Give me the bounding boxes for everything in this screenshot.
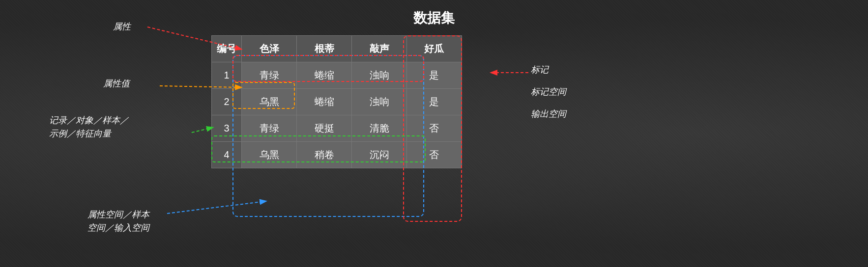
cell-col1-3: 青绿	[242, 115, 297, 142]
table-row: 4 乌黑 稍卷 沉闷 否	[212, 142, 462, 168]
page-title: 数据集	[413, 9, 455, 27]
page-container: 数据集 编号 色泽 根蒂 敲声 好瓜	[0, 0, 868, 267]
annotation-label-space: 标记空间	[531, 86, 566, 98]
table-row: 1 青绿 蜷缩 浊响 是	[212, 62, 462, 89]
header-color: 色泽	[242, 36, 297, 62]
table-header-row: 编号 色泽 根蒂 敲声 好瓜	[212, 36, 462, 62]
cell-id-1: 1	[212, 62, 242, 89]
cell-col2-3: 硬挺	[297, 115, 352, 142]
cell-col1-2: 乌黑	[242, 89, 297, 115]
cell-label-4: 否	[406, 142, 462, 168]
header-label: 好瓜	[406, 36, 462, 62]
cell-col3-1: 浊响	[352, 62, 407, 89]
annotation-record: 记录／对象／样本／示例／特征向量	[49, 114, 129, 140]
cell-label-3: 否	[406, 115, 462, 142]
table-row: 2 乌黑 蜷缩 浊响 是	[212, 89, 462, 115]
annotation-attribute-space: 属性空间／样本空间／输入空间	[87, 208, 149, 235]
table-row: 3 青绿 硬挺 清脆 否	[212, 115, 462, 142]
cell-label-1: 是	[406, 62, 462, 89]
cell-id-3: 3	[212, 115, 242, 142]
annotation-label: 标记	[531, 64, 549, 76]
cell-col2-4: 稍卷	[297, 142, 352, 168]
cell-col2-1: 蜷缩	[297, 62, 352, 89]
cell-col3-2: 浊响	[352, 89, 407, 115]
header-stem: 根蒂	[297, 36, 352, 62]
header-sound: 敲声	[352, 36, 407, 62]
data-table: 编号 色泽 根蒂 敲声 好瓜 1 青绿 蜷缩 浊响 是 2 乌黑	[211, 35, 462, 168]
annotation-attribute-value: 属性值	[103, 78, 130, 90]
arrow-attribute-space	[167, 201, 265, 214]
arrow-record	[192, 128, 212, 133]
cell-col2-2: 蜷缩	[297, 89, 352, 115]
header-id: 编号	[212, 36, 242, 62]
annotation-attribute: 属性	[113, 21, 131, 33]
cell-id-4: 4	[212, 142, 242, 168]
cell-col3-4: 沉闷	[352, 142, 407, 168]
cell-id-2: 2	[212, 89, 242, 115]
cell-col1-1: 青绿	[242, 62, 297, 89]
cell-label-2: 是	[406, 89, 462, 115]
table-wrapper: 编号 色泽 根蒂 敲声 好瓜 1 青绿 蜷缩 浊响 是 2 乌黑	[211, 35, 487, 168]
annotation-output-space: 输出空间	[531, 108, 566, 120]
cell-col3-3: 清脆	[352, 115, 407, 142]
cell-col1-4: 乌黑	[242, 142, 297, 168]
